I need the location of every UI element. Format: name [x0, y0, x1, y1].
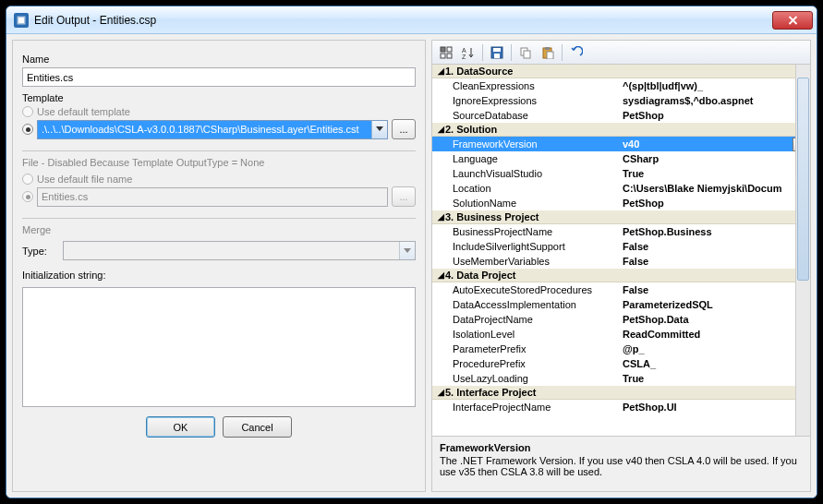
toolbar-separator [482, 44, 483, 61]
property-name: SolutionName [432, 198, 617, 209]
name-label: Name [22, 54, 416, 65]
type-label: Type: [22, 246, 59, 257]
dialog-window: Edit Output - Entities.csp Name Template… [6, 6, 817, 498]
chevron-down-icon [399, 242, 415, 259]
property-group-header[interactable]: ◢3. Business Project [432, 210, 810, 224]
init-string-textarea[interactable] [22, 287, 416, 407]
property-row[interactable]: LaunchVisualStudioTrue [432, 166, 810, 181]
property-value[interactable]: PetShop.Data [617, 314, 810, 325]
property-row[interactable]: AutoExecuteStoredProceduresFalse [432, 282, 810, 297]
property-row[interactable]: IsolationLevelReadCommitted [432, 327, 810, 342]
property-group-header[interactable]: ◢5. Interface Project [432, 386, 810, 400]
property-value[interactable]: v40 [617, 138, 793, 150]
right-panel: AZ ◢1. DataSourceCleanExp [431, 40, 811, 492]
property-value[interactable]: ReadCommitted [617, 329, 810, 340]
property-value[interactable]: False [617, 256, 810, 267]
property-value[interactable]: ^(sp|tbl|udf|vw)_ [617, 80, 810, 91]
property-value[interactable]: CSLA_ [617, 358, 810, 369]
property-row[interactable]: SourceDatabasePetShop [432, 108, 810, 123]
radio-custom-template[interactable] [22, 124, 33, 135]
property-group-header[interactable]: ◢1. DataSource [432, 65, 810, 78]
browse-template-button[interactable]: ... [392, 119, 416, 139]
property-name: ParameterPrefix [432, 343, 617, 354]
close-button[interactable] [772, 11, 813, 30]
property-group-header[interactable]: ◢2. Solution [432, 123, 810, 137]
property-row[interactable]: SolutionNamePetShop [432, 196, 810, 210]
copy-icon[interactable] [515, 42, 536, 63]
property-name: Language [432, 153, 617, 164]
property-row[interactable]: DataProjectNamePetShop.Data [432, 312, 810, 327]
svg-rect-15 [547, 52, 553, 59]
close-icon [788, 16, 798, 25]
property-row[interactable]: BusinessProjectNamePetShop.Business [432, 224, 810, 239]
app-icon [14, 13, 29, 28]
window-title: Edit Output - Entities.csp [34, 14, 772, 27]
property-value[interactable]: PetShop.Business [617, 226, 810, 237]
merge-type-select [63, 241, 416, 260]
left-panel: Name Template Use default template .\..\… [12, 40, 426, 492]
save-icon[interactable] [487, 42, 507, 63]
property-row[interactable]: DataAccessImplementationParameterizedSQL [432, 297, 810, 312]
property-name: LaunchVisualStudio [432, 168, 617, 179]
property-value[interactable]: CSharp [617, 153, 810, 164]
property-value[interactable]: True [617, 373, 810, 384]
property-value[interactable]: False [617, 284, 810, 295]
property-value[interactable]: ParameterizedSQL [617, 299, 810, 310]
property-row[interactable]: CleanExpressions^(sp|tbl|udf|vw)_ [432, 78, 810, 93]
name-input[interactable] [22, 67, 416, 87]
property-name: IgnoreExpressions [432, 95, 617, 106]
property-name: InterfaceProjectName [432, 402, 617, 413]
property-value[interactable]: False [617, 241, 810, 252]
property-row[interactable]: IgnoreExpressionssysdiagrams$,^dbo.aspne… [432, 93, 810, 108]
property-row[interactable]: UseLazyLoadingTrue [432, 371, 810, 386]
property-value[interactable]: PetShop [617, 198, 810, 209]
alphabetical-icon[interactable]: AZ [458, 42, 478, 63]
property-value[interactable]: PetShop.UI [617, 402, 810, 413]
cancel-button[interactable]: Cancel [223, 416, 292, 438]
separator [22, 218, 416, 219]
svg-rect-5 [447, 54, 452, 58]
chevron-down-icon[interactable] [371, 121, 387, 138]
file-group-label: File - Disabled Because Template OutputT… [22, 157, 416, 168]
property-value[interactable]: True [617, 168, 810, 179]
scrollbar-thumb[interactable] [797, 78, 809, 281]
property-row[interactable]: ParameterPrefix@p_ [432, 342, 810, 356]
template-path-combo[interactable]: .\..\..\Downloads\CSLA-v3.0.0.1887\CShar… [37, 120, 388, 139]
svg-rect-2 [441, 47, 445, 52]
property-grid[interactable]: ◢1. DataSourceCleanExpressions^(sp|tbl|u… [432, 65, 810, 436]
property-name: IncludeSilverlightSupport [432, 241, 617, 252]
property-value[interactable]: PetShop [617, 110, 810, 121]
property-value[interactable]: C:\Users\Blake Niemyjski\Docum [617, 183, 810, 194]
property-row[interactable]: LocationC:\Users\Blake Niemyjski\Docum [432, 181, 810, 196]
undo-icon[interactable] [566, 42, 587, 63]
property-row[interactable]: ProcedurePrefixCSLA_ [432, 356, 810, 371]
property-name: ProcedurePrefix [432, 358, 617, 369]
svg-text:Z: Z [462, 54, 466, 59]
categorized-icon[interactable] [436, 42, 456, 63]
property-row[interactable]: LanguageCSharp [432, 151, 810, 166]
svg-rect-12 [524, 51, 530, 58]
svg-text:A: A [462, 47, 466, 54]
radio-default-filename-label: Use default file name [37, 174, 132, 185]
property-row[interactable]: IncludeSilverlightSupportFalse [432, 239, 810, 254]
separator [22, 150, 416, 151]
radio-custom-filename [22, 191, 33, 202]
svg-rect-4 [441, 54, 445, 58]
property-value[interactable]: sysdiagrams$,^dbo.aspnet [617, 95, 810, 106]
property-row[interactable]: InterfaceProjectNamePetShop.UI [432, 400, 810, 414]
property-row[interactable]: FrameworkVersionv40 [432, 137, 810, 151]
svg-rect-9 [493, 48, 501, 52]
property-row[interactable]: UseMemberVariablesFalse [432, 254, 810, 269]
property-value[interactable]: @p_ [617, 343, 810, 354]
paste-icon[interactable] [538, 42, 558, 63]
titlebar[interactable]: Edit Output - Entities.csp [6, 6, 817, 34]
property-name: DataProjectName [432, 314, 617, 325]
description-panel: FrameworkVersion The .NET Framework Vers… [432, 436, 810, 491]
svg-rect-14 [545, 47, 550, 50]
description-title: FrameworkVersion [440, 442, 803, 453]
property-group-header[interactable]: ◢4. Data Project [432, 269, 810, 282]
property-name: DataAccessImplementation [432, 299, 617, 310]
scrollbar[interactable] [795, 65, 810, 436]
description-body: The .NET Framework Version. If you use v… [440, 455, 803, 477]
ok-button[interactable]: OK [146, 416, 215, 438]
